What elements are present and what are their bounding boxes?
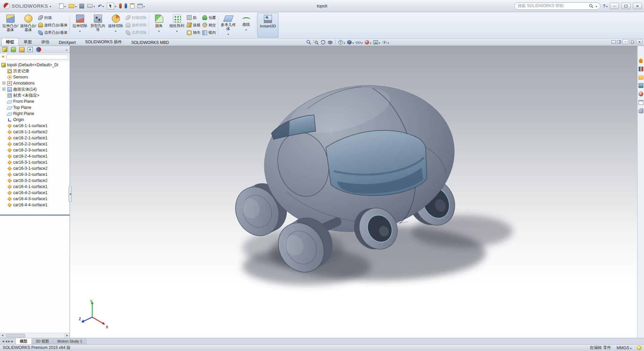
ribbon-button-rib[interactable]: 筋 xyxy=(187,14,200,21)
tree-item[interactable]: car16-4-2-surface1 xyxy=(0,190,70,196)
ribbon-button-revolved-boss[interactable]: 旋转凸台/基体 xyxy=(19,13,37,38)
close-button[interactable] xyxy=(633,3,642,9)
tree-item[interactable]: Sensors xyxy=(0,74,70,80)
ribbon-button-shell[interactable]: 抽壳 xyxy=(187,29,200,36)
design-library-icon[interactable] xyxy=(639,67,643,71)
ribbon-button-linear-pattern[interactable]: 线性阵列 xyxy=(168,13,186,38)
tab-evaluate[interactable]: 评估 xyxy=(36,38,54,46)
scrollbar-thumb[interactable] xyxy=(6,334,25,337)
file-explorer-icon[interactable] xyxy=(639,76,643,79)
tree-item[interactable]: topoli (Default<<Default>_Di xyxy=(0,62,70,68)
tab-solidworks-addins[interactable]: SOLIDWORKS 插件 xyxy=(80,38,127,46)
ribbon-button-curves[interactable]: 曲线 xyxy=(237,13,255,38)
doc-close-button[interactable] xyxy=(637,39,642,44)
tab-features[interactable]: 特征 xyxy=(1,38,19,46)
tree-item[interactable]: car16-4-3-surface1 xyxy=(0,196,70,202)
tree-item[interactable]: car16-2-3-surface1 xyxy=(0,147,70,153)
undo-button[interactable]: ↶ xyxy=(98,3,104,8)
ribbon-button-draft[interactable]: 拔模 xyxy=(187,22,200,29)
ribbon-button-instant3d[interactable]: Instant3D xyxy=(257,13,278,38)
ribbon-button-fillet[interactable]: 圆角 xyxy=(150,13,168,38)
help-button[interactable]: ? xyxy=(603,3,608,8)
ribbon-button-boundary-cut[interactable]: 边界切除 xyxy=(126,29,147,36)
fm-tab-property-manager[interactable] xyxy=(9,46,17,53)
flyout-caret-icon[interactable] xyxy=(176,29,178,33)
tree-item[interactable]: car16-2-1-surface1 xyxy=(0,135,70,141)
tree-item[interactable]: car16-3-1-surface2 xyxy=(0,165,70,171)
clipboard-button[interactable] xyxy=(130,3,134,8)
viewport-layout-icon[interactable] xyxy=(612,40,616,44)
viewport-split-icon[interactable] xyxy=(617,40,621,44)
display-style-button[interactable] xyxy=(346,40,354,45)
ribbon-button-lofted-cut[interactable]: 放样切割 xyxy=(126,22,147,29)
ribbon-button-hole-wizard[interactable]: 异型孔向导 xyxy=(89,13,107,38)
doc-minimize-button[interactable] xyxy=(622,39,628,44)
quick-tips-icon[interactable] xyxy=(637,346,641,350)
flyout-caret-icon[interactable] xyxy=(158,29,160,33)
tree-item[interactable]: Front Plane xyxy=(0,98,70,104)
rollback-bar[interactable] xyxy=(0,215,70,215)
fm-tab-configuration-manager[interactable] xyxy=(18,46,25,53)
tree-filter-input[interactable] xyxy=(6,54,68,60)
expand-icon[interactable] xyxy=(2,88,5,91)
tab-sketch[interactable]: 草图 xyxy=(19,38,36,46)
select-tool-button[interactable] xyxy=(107,3,116,9)
last-tab-arrow-icon[interactable]: ▶ xyxy=(11,340,13,343)
tree-item[interactable]: 曲面实体(14) xyxy=(0,86,70,92)
ribbon-button-mirror[interactable]: 镜向 xyxy=(202,29,216,36)
scroll-left-arrow-icon[interactable]: ◀ xyxy=(0,333,5,338)
prev-tab-arrow-icon[interactable]: ◀ xyxy=(5,340,7,343)
save-button[interactable] xyxy=(79,4,84,8)
tab-model[interactable]: 模型 xyxy=(16,338,32,344)
previous-view-button[interactable] xyxy=(320,40,326,45)
search-options-caret-icon[interactable] xyxy=(596,4,597,8)
flyout-caret-icon[interactable] xyxy=(115,29,117,33)
ribbon-button-extruded-cut[interactable]: 拉伸切除 xyxy=(71,13,89,38)
tab-motion-study-1[interactable]: Motion Study 1 xyxy=(53,338,86,344)
ribbon-button-intersect[interactable]: 相交 xyxy=(202,22,216,29)
ribbon-button-boundary-boss[interactable]: 边界凸台/基体 xyxy=(38,29,68,36)
view-settings-button[interactable] xyxy=(381,40,389,45)
doc-restore-button[interactable] xyxy=(629,39,635,44)
tree-item[interactable]: car16-2-4-surface1 xyxy=(0,153,70,159)
flyout-caret-icon[interactable] xyxy=(228,32,229,36)
ribbon-button-wrap[interactable]: 包覆 xyxy=(202,14,216,21)
flyout-caret-icon[interactable] xyxy=(246,27,247,31)
view-palette-icon[interactable] xyxy=(639,83,643,88)
tree-item[interactable]: Origin xyxy=(0,117,70,123)
tree-item[interactable]: car16-1-1-surface2 xyxy=(0,129,70,135)
tree-item[interactable]: car16-4-1-surface1 xyxy=(0,184,70,190)
restore-button[interactable] xyxy=(621,3,630,9)
fm-tab-display-manager[interactable] xyxy=(35,46,42,53)
tree-item[interactable]: 历史记录 xyxy=(0,68,70,74)
tree-item[interactable]: car16-4-4-surface1 xyxy=(0,202,70,208)
tab-3d-views[interactable]: 3D 视图 xyxy=(32,338,53,344)
ribbon-button-lofted-boss[interactable]: 放样凸台/基体 xyxy=(38,22,68,29)
print-button[interactable] xyxy=(87,3,95,8)
ribbon-button-reference-geometry[interactable]: 参考几何体 xyxy=(219,13,237,38)
open-file-button[interactable] xyxy=(69,3,76,8)
solidworks-resources-icon[interactable] xyxy=(639,58,643,63)
first-tab-arrow-icon[interactable]: ◀ xyxy=(2,340,4,343)
display-options-button[interactable] xyxy=(138,3,145,8)
tools-icon[interactable] xyxy=(639,109,643,113)
ribbon-button-revolved-cut[interactable]: 旋转切除 xyxy=(107,13,125,38)
zoom-to-area-button[interactable] xyxy=(313,40,319,45)
tree-horizontal-scrollbar[interactable]: ◀ ▶ xyxy=(0,333,70,338)
edit-appearance-button[interactable] xyxy=(364,40,372,45)
new-file-button[interactable] xyxy=(59,3,66,9)
tree-item[interactable]: car16-2-2-surface1 xyxy=(0,141,70,147)
minimize-button[interactable] xyxy=(610,3,619,9)
tree-item[interactable]: car16-3-2-surface2 xyxy=(0,178,70,184)
tree-item[interactable]: Annotations xyxy=(0,80,70,86)
graphics-viewport[interactable]: Y X Z xyxy=(70,46,637,338)
view-orientation-button[interactable] xyxy=(338,40,345,45)
logo-expander-icon[interactable] xyxy=(50,4,51,8)
tree-item[interactable]: car16-1-1-surface1 xyxy=(0,123,70,129)
fm-tab-dimxpert-manager[interactable] xyxy=(26,46,34,53)
custom-properties-icon[interactable] xyxy=(639,100,643,105)
tree-item[interactable]: 材质 <未指定> xyxy=(0,92,70,98)
zoom-to-fit-button[interactable] xyxy=(306,40,312,45)
ribbon-button-swept-cut[interactable]: 扫描切除 xyxy=(126,14,147,21)
apply-scene-button[interactable] xyxy=(373,40,380,45)
